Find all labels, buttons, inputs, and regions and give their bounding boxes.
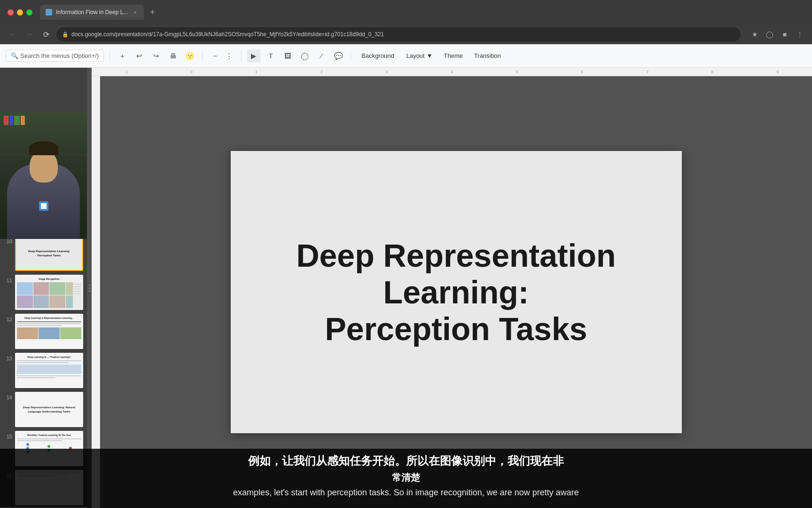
tab-title: Information Flow in Deep L... xyxy=(56,9,128,16)
profile-icon[interactable]: ◯ xyxy=(763,28,776,41)
reload-button[interactable]: ⟳ xyxy=(39,28,53,41)
webcam-panel xyxy=(0,112,87,239)
bookmark-icon[interactable]: ★ xyxy=(748,28,761,41)
text-tool-button[interactable]: T xyxy=(264,49,277,63)
caption-chinese-2: 常清楚 xyxy=(9,471,803,484)
ruler-num-8: 8 xyxy=(680,70,745,74)
undo-button[interactable]: ↩ xyxy=(133,49,146,63)
zoom-controls: − ⋮ xyxy=(208,49,235,63)
caption-chinese-2-text: 常清楚 xyxy=(392,472,420,483)
tab-bar: Information Flow in Deep L... × + xyxy=(40,5,804,20)
theme-button[interactable]: Theme xyxy=(440,50,467,61)
layout-button[interactable]: Layout ▼ xyxy=(403,50,437,61)
ruler-num--1: -1 xyxy=(94,70,159,74)
slide-title-line2: Perception Tasks xyxy=(325,311,587,347)
slide-canvas-area: -1 0 1 2 3 4 5 6 7 8 9 xyxy=(92,68,812,508)
ruler-vertical xyxy=(92,76,100,508)
divider-dot-3 xyxy=(89,290,90,292)
new-tab-button[interactable]: + xyxy=(146,6,159,19)
slide-thumb-10[interactable]: Deep Representation Learning:Perception … xyxy=(15,236,83,271)
ruler-num-6: 6 xyxy=(549,70,615,74)
traffic-lights xyxy=(8,9,32,16)
panel-divider[interactable] xyxy=(87,68,92,508)
slide-11-title: Image Recognition xyxy=(18,278,80,280)
ruler-num-1: 1 xyxy=(224,70,289,74)
comment-tool-button[interactable]: 💬 xyxy=(332,49,345,63)
divider-dot-2 xyxy=(89,287,90,289)
slide-15-title: WordVec: Feature Learning At The Test xyxy=(18,434,80,437)
toolbar-separator-3 xyxy=(241,50,242,62)
image-tool-button[interactable]: 🖼 xyxy=(281,49,294,63)
print-button[interactable]: 🖶 xyxy=(166,49,180,63)
close-window-button[interactable] xyxy=(8,9,14,16)
transition-button[interactable]: Transition xyxy=(470,50,505,61)
slide-item-13[interactable]: 13 Deep Learning is ... "Feature Learnin… xyxy=(0,351,87,390)
ruler-num-9: 9 xyxy=(745,70,810,74)
ruler-num-4: 4 xyxy=(419,70,484,74)
tab-close-button[interactable]: × xyxy=(132,9,138,16)
tab-favicon xyxy=(46,9,52,16)
toolbar-separator-4 xyxy=(351,50,351,62)
ruler-num-5: 5 xyxy=(484,70,550,74)
slide-10-thumb-text: Deep Representation Learning:Perception … xyxy=(26,242,72,264)
minimize-window-button[interactable] xyxy=(17,9,23,16)
ruler-horizontal: -1 0 1 2 3 4 5 6 7 8 9 xyxy=(92,68,812,76)
slide-number-11: 11 xyxy=(4,275,12,283)
slide-item-14[interactable]: 14 Deep Representation Learning: Natural… xyxy=(0,390,87,429)
slide-item-11[interactable]: 11 Image Recognition xyxy=(0,273,87,312)
slide-number-14: 14 xyxy=(4,392,12,400)
titlebar: Information Flow in Deep L... × + xyxy=(0,0,812,24)
caption-chinese-text: 例如，让我们从感知任务开始。所以在图像识别中，我们现在非 xyxy=(248,454,564,467)
slide-number-12: 12 xyxy=(4,314,12,322)
slide-12-title: Deep Learning is Representation Learning… xyxy=(18,317,80,319)
browser-actions: ★ ◯ ■ ⋮ xyxy=(748,28,806,41)
slide-thumb-12[interactable]: Deep Learning is Representation Learning… xyxy=(15,314,83,349)
slide-title-line1: Deep Representation Learning: xyxy=(296,238,616,310)
forward-button[interactable]: → xyxy=(23,28,36,41)
slide-item-10[interactable]: 10 Deep Representation Learning:Percepti… xyxy=(0,234,87,273)
slide-thumb-13[interactable]: Deep Learning is ... "Feature Learning" xyxy=(15,353,83,388)
url-text: docs.google.com/presentation/d/17a-GmgpL… xyxy=(71,31,384,38)
paint-format-button[interactable]: 🌝 xyxy=(183,49,196,63)
caption-chinese: 例如，让我们从感知任务开始。所以在图像识别中，我们现在非 xyxy=(9,453,803,468)
slide-viewport[interactable]: Deep Representation Learning: Perception… xyxy=(100,76,812,508)
search-placeholder: Search the menus (Option+/) xyxy=(20,52,99,59)
extensions-icon[interactable]: ■ xyxy=(778,28,791,41)
redo-button[interactable]: ↪ xyxy=(149,49,163,63)
cursor-tool-button[interactable]: ▶ xyxy=(247,49,260,63)
slide-canvas: Deep Representation Learning: Perception… xyxy=(231,151,682,433)
caption-bar: 例如，让我们从感知任务开始。所以在图像识别中，我们现在非 常清楚 example… xyxy=(0,449,812,508)
slide-number-13: 13 xyxy=(4,353,12,361)
ruler-num-0: 0 xyxy=(159,70,224,74)
line-tool-button[interactable]: ∕ xyxy=(315,49,328,63)
back-button[interactable]: ← xyxy=(6,28,19,41)
zoom-fit-button[interactable]: ⋮ xyxy=(222,49,235,63)
background-button[interactable]: Background xyxy=(357,50,398,61)
ruler-num-7: 7 xyxy=(615,70,680,74)
toolbar-separator-1 xyxy=(109,50,110,62)
slides-toolbar: 🔍 Search the menus (Option+/) + ↩ ↪ 🖶 🌝 … xyxy=(0,44,812,68)
address-bar-row: ← → ⟳ 🔒 docs.google.com/presentation/d/1… xyxy=(0,24,812,44)
maximize-window-button[interactable] xyxy=(26,9,32,16)
menu-search-input[interactable]: 🔍 Search the menus (Option+/) xyxy=(6,50,104,62)
slide-number-15: 15 xyxy=(4,431,12,439)
caption-english: examples, let's start with perception ta… xyxy=(9,487,803,499)
zoom-out-button[interactable]: − xyxy=(208,49,221,63)
ruler-num-2: 2 xyxy=(289,70,354,74)
slide-thumb-11[interactable]: Image Recognition xyxy=(15,275,83,310)
active-tab[interactable]: Information Flow in Deep L... × xyxy=(40,5,144,20)
toolbar-separator-2 xyxy=(202,50,203,62)
security-lock-icon: 🔒 xyxy=(62,32,69,38)
slide-14-title: Deep Representation Learning: Natural La… xyxy=(18,401,80,418)
layout-chevron-icon: ▼ xyxy=(427,52,433,59)
menu-icon[interactable]: ⋮ xyxy=(793,28,806,41)
address-bar[interactable]: 🔒 docs.google.com/presentation/d/17a-Gmg… xyxy=(56,27,741,41)
ruler-numbers: -1 0 1 2 3 4 5 6 7 8 9 xyxy=(94,70,810,74)
slide-main-title: Deep Representation Learning: Perception… xyxy=(231,218,682,366)
slide-thumb-14[interactable]: Deep Representation Learning: Natural La… xyxy=(15,392,83,427)
shape-tool-button[interactable]: ◯ xyxy=(298,49,311,63)
ruler-num-3: 3 xyxy=(354,70,420,74)
add-element-button[interactable]: + xyxy=(116,49,129,63)
divider-dot-1 xyxy=(89,285,90,286)
slide-item-12[interactable]: 12 Deep Learning is Representation Learn… xyxy=(0,312,87,351)
